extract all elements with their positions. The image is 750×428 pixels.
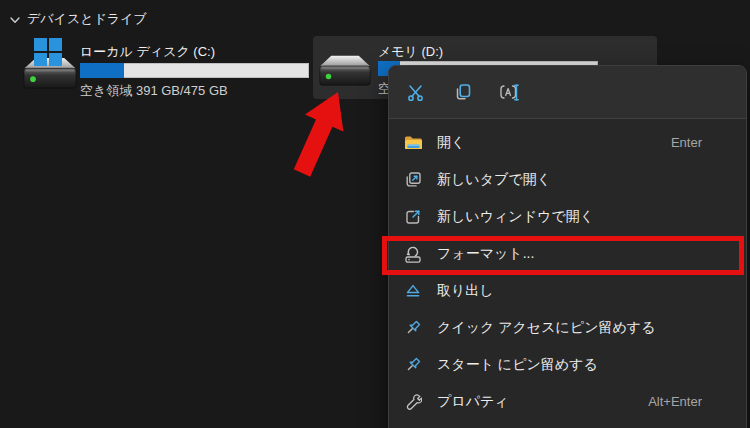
quick-actions-row	[389, 66, 746, 119]
section-collapse-chevron[interactable]	[8, 13, 22, 27]
menu-item-eject[interactable]: 取り出し	[394, 274, 741, 307]
windows-logo-icon	[34, 38, 62, 66]
folder-icon	[403, 133, 423, 153]
menu-item-label: クイック アクセスにピン留めする	[437, 319, 655, 337]
drive-c-used-fill	[80, 63, 124, 78]
menu-item-label: 新しいウィンドウで開く	[437, 208, 594, 226]
drive-c-icon[interactable]	[22, 38, 80, 90]
menu-item-label: 新しいタブで開く	[437, 171, 551, 189]
menu-item-label: 取り出し	[437, 282, 494, 300]
open-new-tab-icon	[403, 170, 423, 190]
scissors-cut-icon	[406, 83, 425, 102]
copy-icon	[453, 83, 472, 102]
menu-item-pin-quick-access[interactable]: クイック アクセスにピン留めする	[394, 311, 741, 344]
menu-item-open-new-tab[interactable]: 新しいタブで開く	[394, 163, 741, 196]
menu-item-label: プロパティ	[437, 393, 509, 411]
cut-button[interactable]	[395, 72, 435, 112]
copy-button[interactable]	[442, 72, 482, 112]
chevron-down-icon	[8, 13, 22, 27]
context-menu: 開く Enter 新しいタブで開く	[388, 65, 747, 428]
drive-c-capacity-bar	[80, 63, 309, 78]
hard-drive-icon	[318, 54, 372, 87]
pin-icon	[403, 318, 423, 338]
menu-item-label: フォーマット...	[437, 245, 534, 263]
eject-icon	[403, 281, 423, 301]
rename-button[interactable]	[489, 72, 529, 112]
menu-items: 開く Enter 新しいタブで開く	[389, 119, 746, 418]
menu-item-open[interactable]: 開く Enter	[394, 126, 741, 159]
menu-item-properties[interactable]: プロパティ Alt+Enter	[394, 385, 741, 418]
section-title: デバイスとドライブ	[27, 10, 147, 28]
menu-item-label: スタート にピン留めする	[437, 356, 598, 374]
drive-c-name[interactable]: ローカル ディスク (C:)	[80, 43, 215, 61]
menu-item-shortcut: Enter	[659, 135, 702, 150]
format-icon	[403, 244, 423, 264]
open-new-window-icon	[403, 207, 423, 227]
menu-item-open-new-window[interactable]: 新しいウィンドウで開く	[394, 200, 741, 233]
pin-icon	[403, 355, 423, 375]
drive-d-icon[interactable]	[318, 54, 372, 91]
wrench-icon	[403, 392, 423, 412]
menu-item-shortcut: Alt+Enter	[636, 394, 702, 409]
drive-c-free-space: 空き領域 391 GB/475 GB	[80, 82, 228, 100]
drive-d-name[interactable]: メモリ (D:)	[378, 43, 443, 61]
menu-item-format[interactable]: フォーマット...	[394, 237, 741, 270]
menu-item-label: 開く	[437, 134, 465, 152]
rename-icon	[499, 83, 520, 102]
menu-item-pin-start[interactable]: スタート にピン留めする	[394, 348, 741, 381]
